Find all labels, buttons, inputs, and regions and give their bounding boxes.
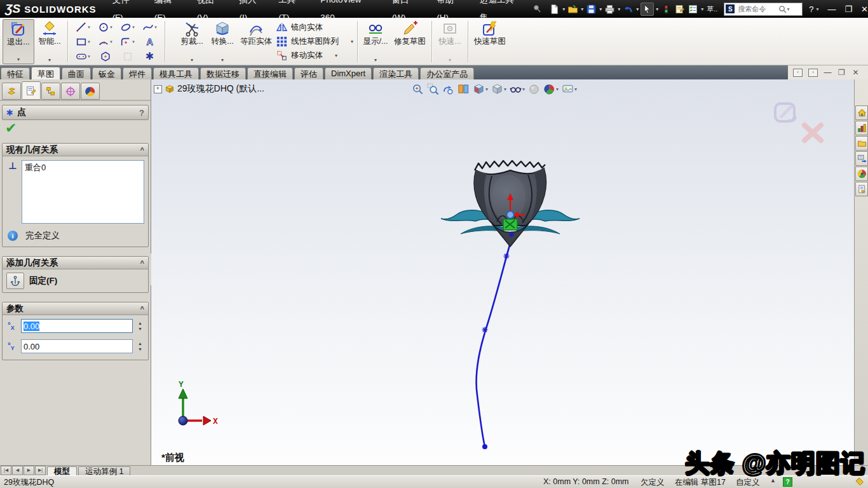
search-input[interactable] xyxy=(736,4,778,13)
doc-minimize-button[interactable]: — xyxy=(824,69,832,76)
rectangle-tool[interactable]: ▾ xyxy=(72,34,94,49)
custom-properties-button[interactable] xyxy=(855,182,868,196)
last-tab-button[interactable]: ▶| xyxy=(35,466,46,475)
minimize-button[interactable]: — xyxy=(827,4,836,14)
new-dropdown-icon[interactable]: ▾ xyxy=(562,6,565,12)
move-entities-dropdown-icon[interactable]: ▾ xyxy=(335,53,337,58)
tab-dimxpert[interactable]: DimXpert xyxy=(325,67,372,80)
relation-item[interactable]: 重合0 xyxy=(25,162,141,173)
doc-close-button[interactable]: ✕ xyxy=(851,69,860,76)
stem-spline[interactable] xyxy=(477,243,510,447)
properties-button[interactable] xyxy=(674,3,686,15)
graphics-viewport[interactable]: + 29玫瑰花DHQ (默认... ▾ ▾ ▾ ▾ ▾ xyxy=(151,79,854,465)
open-dropdown-icon[interactable]: ▾ xyxy=(581,6,583,12)
display-delete-relations-button[interactable]: 显示/... ▾ xyxy=(360,19,391,64)
traffic-light-icon[interactable] xyxy=(660,3,672,15)
motion-study-tab[interactable]: 运动算例 1 xyxy=(78,466,130,476)
search-dropdown-icon[interactable]: ▾ xyxy=(787,6,789,12)
new-document-button[interactable] xyxy=(548,3,560,15)
help-icon[interactable]: ? xyxy=(139,108,144,118)
exit-sketch-dropdown-icon[interactable]: ▾ xyxy=(17,57,20,62)
repair-sketch-button[interactable]: 修复草图 xyxy=(391,19,429,64)
help-dropdown-icon[interactable]: ▾ xyxy=(816,6,818,12)
quick-sketch-button[interactable]: 快速草图 xyxy=(471,19,509,64)
propertymanager-tab[interactable] xyxy=(22,81,41,100)
close-button[interactable]: ✕ xyxy=(861,4,868,14)
help-button[interactable]: ? xyxy=(809,4,813,14)
ellipse-tool[interactable]: ▾ xyxy=(116,20,139,34)
relations-list[interactable]: 重合0 xyxy=(22,160,144,224)
ok-check-button[interactable]: ✔ xyxy=(5,121,17,135)
spline-point-marker[interactable] xyxy=(504,254,510,259)
model-canvas[interactable]: Y X xyxy=(151,79,854,465)
file-explorer-button[interactable] xyxy=(855,136,868,151)
select-button[interactable] xyxy=(641,3,654,16)
add-relations-header[interactable]: 添加几何关系 ^ xyxy=(3,257,148,269)
collapse-chevron-icon[interactable]: ^ xyxy=(140,146,144,154)
next-tab-button[interactable]: ▶ xyxy=(24,466,34,475)
convert-dropdown-icon[interactable]: ▾ xyxy=(221,57,224,63)
first-tab-button[interactable]: |◀ xyxy=(1,466,11,475)
pin-icon[interactable] xyxy=(532,4,542,14)
configurationmanager-tab[interactable] xyxy=(41,83,60,100)
line-tool[interactable]: ▾ xyxy=(72,20,94,34)
mirror-entities-button[interactable]: 镜向实体 xyxy=(276,21,353,34)
dimxpertmanager-tab[interactable] xyxy=(61,83,80,100)
polygon-tool[interactable] xyxy=(94,49,116,64)
text-tool[interactable]: A xyxy=(139,34,161,49)
model-tab[interactable]: 模型 xyxy=(47,466,77,476)
prev-tab-button[interactable]: ◀ xyxy=(12,466,23,475)
search-scope-icon[interactable]: S xyxy=(726,4,735,13)
qat-overflow-label[interactable]: 草.. xyxy=(707,4,717,14)
featuremanager-tree-tab[interactable] xyxy=(2,83,21,100)
linear-pattern-dropdown-icon[interactable]: ▾ xyxy=(351,39,353,44)
select-dropdown-icon[interactable]: ▾ xyxy=(656,6,658,12)
y-spinner[interactable]: ▲▼ xyxy=(136,339,144,353)
point-tool[interactable]: ✱ xyxy=(139,49,161,64)
open-button[interactable] xyxy=(567,3,579,15)
exit-sketch-button[interactable]: 退出... ▾ xyxy=(3,19,34,64)
save-dropdown-icon[interactable]: ▾ xyxy=(599,6,602,12)
doc-restore-button[interactable]: ❐ xyxy=(837,69,846,76)
search-icon[interactable] xyxy=(778,5,787,13)
collapse-chevron-icon[interactable]: ^ xyxy=(140,259,144,267)
undo-button[interactable] xyxy=(622,3,634,15)
existing-relations-header[interactable]: 现有几何关系 ^ xyxy=(3,144,148,156)
offset-entities-button[interactable]: 等距实体 xyxy=(238,19,275,64)
point-handle[interactable] xyxy=(507,212,514,219)
smart-dimension-dropdown-icon[interactable]: ▾ xyxy=(48,57,51,63)
design-library-button[interactable] xyxy=(855,121,868,135)
appearances-scenes-button[interactable] xyxy=(855,166,868,181)
convert-entities-button[interactable]: 转换... ▾ xyxy=(207,19,238,64)
x-spinner[interactable]: ▲▼ xyxy=(136,319,144,333)
fix-relation-button[interactable] xyxy=(6,273,24,289)
spline-endpoint[interactable] xyxy=(482,444,487,449)
move-entities-button[interactable]: 移动实体 ▾ xyxy=(276,49,353,62)
fillet-tool[interactable]: ▾ xyxy=(116,34,139,49)
trim-dropdown-icon[interactable]: ▾ xyxy=(191,57,193,63)
undo-dropdown-icon[interactable]: ▾ xyxy=(636,6,639,12)
pane-toggle-left-icon[interactable]: ‹ xyxy=(793,69,803,77)
resources-home-button[interactable] xyxy=(855,105,868,120)
arc-tool[interactable]: ▾ xyxy=(94,34,116,49)
options-button[interactable] xyxy=(687,3,699,15)
print-dropdown-icon[interactable]: ▾ xyxy=(618,6,620,12)
pane-toggle-right-icon[interactable]: › xyxy=(808,69,818,77)
display-relations-dropdown-icon[interactable]: ▾ xyxy=(374,57,377,63)
linear-pattern-button[interactable]: 线性草图阵列 ▾ xyxy=(276,35,353,48)
save-button[interactable] xyxy=(585,3,597,15)
trim-entities-button[interactable]: 剪裁... ▾ xyxy=(177,19,207,64)
x-coordinate-input[interactable]: 0.00 xyxy=(21,319,133,333)
circle-tool[interactable]: ▾ xyxy=(94,20,116,34)
collapse-chevron-icon[interactable]: ^ xyxy=(140,305,144,313)
smart-dimension-button[interactable]: 智能... ▾ xyxy=(34,19,65,64)
y-coordinate-input[interactable]: 0.00 xyxy=(21,339,133,353)
slot-tool[interactable]: ▾ xyxy=(72,49,94,64)
restore-button[interactable]: ❐ xyxy=(844,4,852,14)
spline-tool[interactable]: ▾ xyxy=(139,20,161,34)
spline-point-marker[interactable] xyxy=(482,327,488,333)
print-button[interactable] xyxy=(604,3,616,15)
view-palette-button[interactable] xyxy=(855,151,868,166)
appearances-tab[interactable] xyxy=(81,83,100,100)
options-dropdown-icon[interactable]: ▾ xyxy=(701,6,703,12)
